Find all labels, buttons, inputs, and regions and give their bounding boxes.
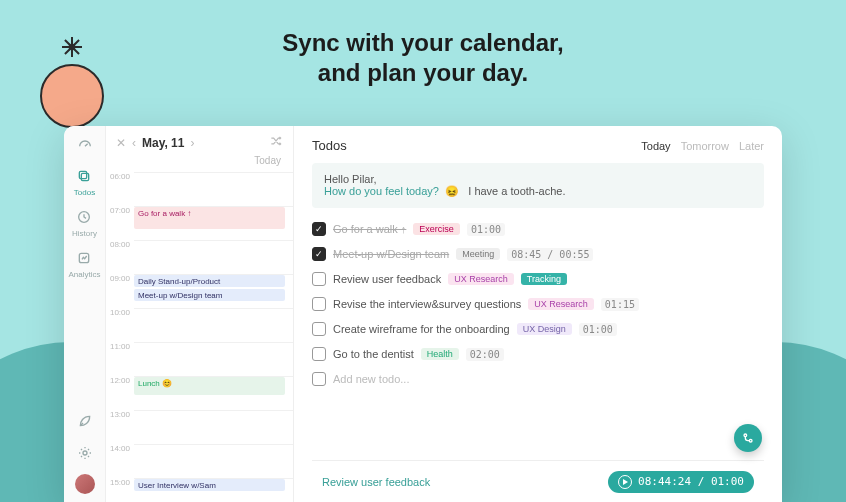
time-badge: 08:45 / 00:55 [507, 248, 593, 261]
playbar-task[interactable]: Review user feedback [322, 476, 430, 488]
hour-slot[interactable]: Go for a walk ↑ [134, 206, 293, 240]
sidebar-label: Analytics [68, 270, 100, 279]
checkbox[interactable] [312, 222, 326, 236]
rocket-icon[interactable] [74, 410, 96, 432]
time-badge: 01:00 [579, 323, 617, 336]
todo-label[interactable]: Create wireframe for the onboarding [333, 323, 510, 335]
tag[interactable]: UX Research [448, 273, 514, 285]
hour-label: 11:00 [106, 342, 134, 376]
sidebar-item-analytics[interactable]: Analytics [68, 248, 100, 279]
todo-list: Go for a walk ↑Exercise01:00Meet-up w/De… [312, 222, 764, 386]
tag[interactable]: Tracking [521, 273, 567, 285]
app-window: Todos History Analytics ✕ ‹ May, 11 › To… [64, 126, 782, 502]
playbar: Review user feedback 08:44:24 / 01:00 [312, 460, 764, 502]
calendar-event[interactable]: Daily Stand-up/Product [134, 275, 285, 287]
shuffle-icon[interactable] [269, 134, 283, 151]
tag[interactable]: UX Research [528, 298, 594, 310]
todo-label[interactable]: Revise the interview&survey questions [333, 298, 521, 310]
checkbox[interactable] [312, 322, 326, 336]
checkbox[interactable] [312, 247, 326, 261]
main-title: Todos [312, 138, 347, 153]
hour-label: 06:00 [106, 172, 134, 206]
timer-value: 08:44:24 / 01:00 [638, 475, 744, 488]
tag[interactable]: Exercise [413, 223, 460, 235]
sidebar-label: Todos [74, 188, 95, 197]
calendar-today-label[interactable]: Today [106, 155, 293, 172]
calendar-date: May, 11 [142, 136, 184, 150]
svg-point-6 [749, 439, 752, 442]
calendar-event[interactable]: Lunch 😊 [134, 377, 285, 395]
history-icon [74, 207, 94, 227]
hour-label: 15:00 [106, 478, 134, 502]
timer-pill[interactable]: 08:44:24 / 01:00 [608, 471, 754, 493]
hour-slot[interactable] [134, 444, 293, 478]
copy-icon [74, 166, 94, 186]
sidebar-label: History [72, 229, 97, 238]
svg-rect-0 [82, 173, 89, 180]
hour-slot[interactable] [134, 308, 293, 342]
hour-label: 08:00 [106, 240, 134, 274]
todo-item: Meet-up w/Design teamMeeting08:45 / 00:5… [312, 247, 764, 261]
calendar-panel: ✕ ‹ May, 11 › Today 06:0007:00Go for a w… [106, 126, 294, 502]
todo-item: Revise the interview&survey questionsUX … [312, 297, 764, 311]
tab-later[interactable]: Later [739, 140, 764, 152]
calendar-event[interactable]: Meet-up w/Design team [134, 289, 285, 301]
sidebar-item-todos[interactable]: Todos [74, 166, 95, 197]
mood-greeting: Hello Pilar, [324, 173, 752, 185]
sidebar: Todos History Analytics [64, 126, 106, 502]
svg-rect-1 [80, 171, 87, 178]
todo-item: Go to the dentistHealth02:00 [312, 347, 764, 361]
time-badge: 02:00 [466, 348, 504, 361]
hour-slot[interactable] [134, 410, 293, 444]
tag[interactable]: Health [421, 348, 459, 360]
chevron-right-icon[interactable]: › [190, 136, 194, 150]
svg-point-4 [83, 451, 87, 455]
todo-label[interactable]: Meet-up w/Design team [333, 248, 449, 260]
headline-line: and plan your day. [0, 58, 846, 88]
calendar-event[interactable]: User Interview w/Sam [134, 479, 285, 491]
calendar-body[interactable]: 06:0007:00Go for a walk ↑08:0009:00Daily… [106, 172, 293, 502]
checkbox[interactable] [312, 347, 326, 361]
calendar-event[interactable]: Go for a walk ↑ [134, 207, 285, 229]
hour-label: 12:00 [106, 376, 134, 410]
headline: Sync with your calendar, and plan your d… [0, 28, 846, 88]
mood-question: How do you feel today? [324, 185, 439, 197]
hour-label: 14:00 [106, 444, 134, 478]
tab-today[interactable]: Today [641, 140, 670, 152]
hour-slot[interactable]: Daily Stand-up/ProductMeet-up w/Design t… [134, 274, 293, 308]
tag[interactable]: UX Design [517, 323, 572, 335]
hour-label: 10:00 [106, 308, 134, 342]
time-badge: 01:00 [467, 223, 505, 236]
main-panel: Todos Today Tomorrow Later Hello Pilar, … [294, 126, 782, 502]
hour-slot[interactable] [134, 342, 293, 376]
time-badge: 01:15 [601, 298, 639, 311]
todo-item: Create wireframe for the onboardingUX De… [312, 322, 764, 336]
hour-slot[interactable]: User Interview w/Sam [134, 478, 293, 502]
checkbox[interactable] [312, 272, 326, 286]
checkbox[interactable] [312, 297, 326, 311]
play-icon [618, 475, 632, 489]
hour-slot[interactable] [134, 172, 293, 206]
mood-answer: I have a tooth-ache. [468, 185, 565, 197]
sidebar-item-history[interactable]: History [72, 207, 97, 238]
tag[interactable]: Meeting [456, 248, 500, 260]
chevron-left-icon[interactable]: ‹ [132, 136, 136, 150]
fab-button[interactable] [734, 424, 762, 452]
todo-label[interactable]: Go to the dentist [333, 348, 414, 360]
hour-slot[interactable]: Lunch 😊 [134, 376, 293, 410]
close-icon[interactable]: ✕ [116, 136, 126, 150]
todo-label[interactable]: Go for a walk ↑ [333, 223, 406, 235]
todo-item: Go for a walk ↑Exercise01:00 [312, 222, 764, 236]
headline-line: Sync with your calendar, [0, 28, 846, 58]
tab-tomorrow[interactable]: Tomorrow [681, 140, 729, 152]
avatar[interactable] [75, 474, 95, 494]
todo-label[interactable]: Review user feedback [333, 273, 441, 285]
hour-label: 13:00 [106, 410, 134, 444]
gear-icon[interactable] [74, 442, 96, 464]
checkbox[interactable] [312, 372, 326, 386]
hour-slot[interactable] [134, 240, 293, 274]
hour-label: 07:00 [106, 206, 134, 240]
svg-point-5 [744, 434, 747, 437]
gauge-icon[interactable] [74, 134, 96, 156]
add-todo-input[interactable]: Add new todo... [333, 373, 409, 385]
